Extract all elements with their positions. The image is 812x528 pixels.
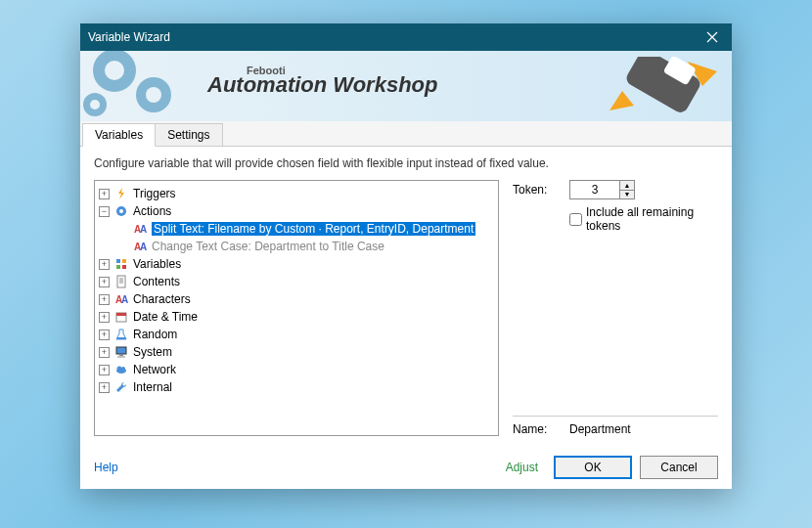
calendar-icon [113,309,129,325]
gears-icon [80,51,217,121]
document-icon [113,274,129,289]
banner: Febooti Automation Workshop [80,51,732,121]
adjust-link[interactable]: Adjust [506,461,538,474]
expander-icon[interactable]: − [99,206,110,217]
svg-rect-19 [122,265,126,269]
close-icon [706,31,718,43]
cloud-icon [113,362,129,377]
cancel-button[interactable]: Cancel [640,456,718,479]
expander-icon[interactable]: + [99,259,110,270]
tree-item-split-text[interactable]: AA Split Text: Filename by Custom · Repo… [99,220,494,238]
variables-icon [113,256,129,272]
svg-rect-28 [116,347,126,354]
tree-item-internal[interactable]: + Internal [99,378,494,396]
flask-icon [113,327,129,342]
include-row: Include all remaining tokens [569,205,718,233]
token-input[interactable] [570,181,619,198]
expander-icon[interactable]: + [99,312,110,323]
dialog-window: Variable Wizard Febooti Automation Works… [80,23,732,489]
expander-icon[interactable]: + [99,294,110,305]
text-icon: AA [132,239,148,254]
svg-point-1 [105,61,124,80]
tab-settings[interactable]: Settings [155,123,222,146]
window-title: Variable Wizard [88,30,693,44]
svg-point-3 [146,87,161,103]
expander-icon[interactable]: + [99,277,110,287]
token-row: Token: ▲ ▼ [513,180,718,199]
spinner-down[interactable]: ▼ [620,191,634,199]
svg-text:A: A [121,294,128,305]
token-label: Token: [513,183,562,197]
svg-rect-18 [116,265,120,269]
svg-point-11 [119,209,123,213]
svg-rect-16 [116,259,120,263]
svg-rect-17 [122,259,126,263]
expander-icon[interactable]: + [99,347,110,358]
include-label[interactable]: Include all remaining tokens [586,205,718,233]
monitor-icon [113,344,129,360]
banner-title: Automation Workshop [207,72,437,98]
name-row: Name: Department [513,416,718,436]
svg-point-5 [90,100,100,110]
gear-icon [113,203,129,219]
description-text: Configure variable that will provide cho… [94,156,718,170]
svg-text:A: A [140,242,147,252]
expander-icon[interactable]: + [99,189,110,199]
tree-item-triggers[interactable]: + Triggers [99,185,494,202]
close-button[interactable] [693,23,732,51]
help-link[interactable]: Help [94,461,118,474]
tree-item-random[interactable]: + Random [99,326,494,343]
tree-view[interactable]: + Triggers − Actions AA Split Text: File… [94,180,499,436]
token-spinner[interactable]: ▲ ▼ [569,180,635,199]
ok-button[interactable]: OK [554,456,632,479]
svg-point-32 [117,367,122,372]
pen-icon [605,57,722,115]
expander-icon[interactable]: + [99,365,110,375]
tree-item-change-case[interactable]: AA Change Text Case: Department to Title… [99,238,494,255]
svg-text:A: A [140,224,147,235]
tree-item-variables[interactable]: + Variables [99,255,494,273]
wrench-icon [113,379,129,395]
titlebar: Variable Wizard [80,23,732,51]
tree-item-network[interactable]: + Network [99,361,494,378]
svg-rect-20 [117,276,125,287]
tree-item-datetime[interactable]: + Date & Time [99,308,494,326]
name-label: Name: [513,422,562,436]
svg-marker-6 [609,91,634,110]
content-area: Configure variable that will provide cho… [80,147,732,446]
tab-variables[interactable]: Variables [82,123,156,147]
expander-icon[interactable]: + [99,330,110,340]
tree-item-actions[interactable]: − Actions [99,202,494,220]
name-value: Department [569,422,631,436]
tab-bar: Variables Settings [80,121,732,147]
svg-rect-27 [116,313,126,316]
text-icon: AA [132,221,148,237]
tree-item-contents[interactable]: + Contents [99,273,494,290]
main-panel: + Triggers − Actions AA Split Text: File… [94,180,718,436]
tree-item-characters[interactable]: + AA Characters [99,290,494,308]
tree-item-system[interactable]: + System [99,343,494,361]
footer: Help Adjust OK Cancel [80,446,732,489]
include-checkbox[interactable] [569,213,582,226]
svg-point-33 [121,367,125,371]
spinner-up[interactable]: ▲ [620,181,634,191]
text-icon: AA [113,291,129,307]
expander-icon[interactable]: + [99,382,110,393]
bolt-icon [113,186,129,201]
side-panel: Token: ▲ ▼ Include all remaining tokens … [513,180,718,436]
svg-rect-29 [119,354,123,356]
